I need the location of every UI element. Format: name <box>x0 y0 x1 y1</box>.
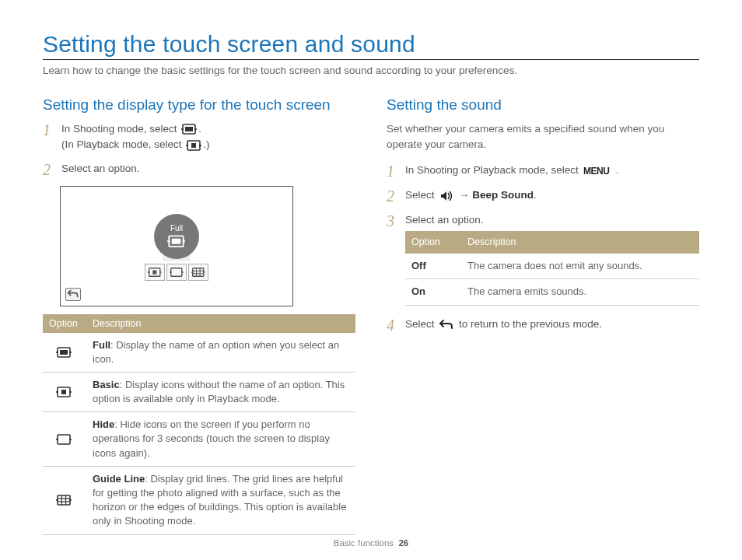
text: . <box>616 164 619 176</box>
display-full-icon <box>167 234 186 248</box>
sound-icon <box>439 190 454 202</box>
dial-circle: Full <box>154 214 199 259</box>
right-step-1: 1 In Shooting or Playback mode, select . <box>387 163 699 180</box>
option-desc: : Display the name of an option when you… <box>93 339 339 365</box>
table-row: Full: Display the name of an option when… <box>43 333 355 373</box>
display-options-table: Option Description Full: Display the nam… <box>43 314 355 535</box>
left-step-1: 1 In Shooting mode, select . (In Playbac… <box>43 121 355 153</box>
table-row: Hide: Hide icons on the screen if you pe… <box>43 412 355 467</box>
right-step-3: 3 Select an option. Option Description O… <box>387 212 699 305</box>
display-type-illustration: Full <box>60 186 293 306</box>
step-number: 2 <box>387 187 397 205</box>
page-title: Setting the touch screen and sound <box>43 31 699 58</box>
table-row: On The camera emits sounds. <box>405 279 699 305</box>
option-name: Off <box>405 254 461 279</box>
option-name: Full <box>93 339 110 351</box>
option-desc: : Display icons without the name of an o… <box>93 379 345 404</box>
display-grid-icon <box>56 494 73 507</box>
th-description: Description <box>86 314 355 333</box>
mode-grid-tile <box>188 264 208 281</box>
footer-page-number: 26 <box>398 538 408 548</box>
dial-label: Full <box>170 224 183 233</box>
text: to return to the previous mode. <box>459 318 602 330</box>
option-name: Guide Line <box>93 473 145 485</box>
text: (In Playback mode, select <box>61 138 184 150</box>
mode-strip <box>145 264 208 281</box>
right-subintro: Set whether your camera emits a specifie… <box>387 121 699 152</box>
text: In Shooting or Playback mode, select <box>405 164 582 176</box>
page-footer: Basic functions 26 <box>0 538 742 548</box>
option-desc: The camera does not emit any sounds. <box>461 254 699 279</box>
th-option: Option <box>405 231 461 254</box>
th-option: Option <box>43 314 86 333</box>
table-row: Guide Line: Display grid lines. The grid… <box>43 466 355 534</box>
option-desc: : Hide icons on the screen if you perfor… <box>93 418 330 458</box>
text: In Shooting mode, select <box>61 123 180 135</box>
arrow: → <box>459 189 472 201</box>
step-number: 1 <box>43 121 54 138</box>
return-icon <box>439 318 454 331</box>
mode-basic-tile <box>145 264 165 281</box>
text: . <box>534 189 537 201</box>
th-description: Description <box>461 231 699 254</box>
step-number: 1 <box>387 163 397 180</box>
display-basic-icon <box>56 386 73 399</box>
display-basic-icon <box>186 139 201 152</box>
text: Select <box>405 318 437 330</box>
step-number: 4 <box>387 317 397 334</box>
beep-sound-label: Beep Sound <box>472 189 534 201</box>
option-name: Hide <box>93 418 114 430</box>
text: .) <box>203 138 209 150</box>
page-intro: Learn how to change the basic settings f… <box>43 65 699 76</box>
right-column: Setting the sound Set whether your camer… <box>387 96 699 535</box>
right-heading: Setting the sound <box>387 96 699 114</box>
back-button-icon <box>65 288 81 301</box>
display-full-icon <box>56 346 73 359</box>
display-full-icon <box>181 123 197 135</box>
display-hide-icon <box>56 433 73 446</box>
text: Select an option. <box>61 161 355 177</box>
right-step-2: 2 Select → Beep Sound. <box>387 187 699 205</box>
table-row: Basic: Display icons without the name of… <box>43 372 355 411</box>
title-rule <box>43 59 699 60</box>
option-name: Basic <box>93 379 120 390</box>
table-row: Off The camera does not emit any sounds. <box>405 254 699 279</box>
right-step-4: 4 Select to return to the previous mode. <box>387 317 699 334</box>
left-step-2: 2 Select an option. <box>43 161 355 178</box>
option-name: On <box>405 279 461 305</box>
left-column: Setting the display type for the touch s… <box>43 96 355 535</box>
mode-hide-tile <box>166 264 187 281</box>
left-heading: Setting the display type for the touch s… <box>43 96 355 114</box>
text: Select an option. <box>405 214 484 226</box>
footer-section: Basic functions <box>334 538 394 548</box>
text: Select <box>405 189 437 201</box>
menu-icon <box>583 166 614 177</box>
sound-options-table: Option Description Off The camera does n… <box>405 231 699 305</box>
option-desc: The camera emits sounds. <box>461 279 699 305</box>
step-number: 3 <box>387 212 397 229</box>
text: . <box>198 123 201 135</box>
step-number: 2 <box>43 161 54 178</box>
